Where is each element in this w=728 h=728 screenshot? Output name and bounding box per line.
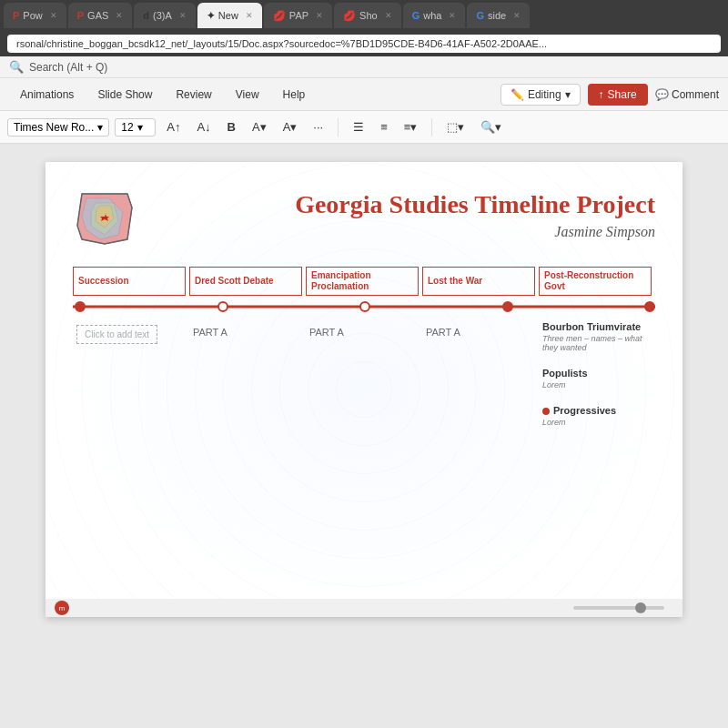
color-dropdown: ▾ [260, 120, 267, 134]
tab-close-icon4[interactable]: ✕ [246, 11, 253, 20]
part-a-3: PART A [426, 327, 531, 338]
tab-close-icon6[interactable]: ✕ [385, 11, 392, 20]
event-label-emancipation: Emancipation Proclamation [306, 267, 419, 296]
event-label-dred-scott: Dred Scott Debate [189, 267, 302, 296]
shrink-font-button[interactable]: A↓ [191, 118, 216, 136]
more-options-button[interactable]: ··· [308, 118, 329, 136]
dot-spacer-1 [86, 301, 217, 312]
powerpoint-app: 🔍 Search (Alt + Q) Animations Slide Show… [0, 56, 728, 728]
address-bar-row: rsonal/christine_boggan_bcsdk12_net/_lay… [0, 31, 728, 56]
bold-button[interactable]: B [222, 118, 241, 136]
dot-positions [73, 301, 655, 312]
part-a-2: PART A [309, 327, 415, 338]
editing-button[interactable]: ✏️ Editing ▾ [500, 84, 581, 106]
search-bar[interactable]: 🔍 Search (Alt + Q) [9, 60, 107, 74]
georgia-map [73, 189, 136, 248]
font-name: Times New Ro... [14, 121, 94, 134]
populists-desc: Lorem [542, 380, 648, 389]
tab-label: Pow [23, 10, 42, 21]
editing-label: Editing [528, 88, 561, 101]
zoom-button[interactable]: 🔍▾ [475, 118, 507, 136]
populists-title: Populists [542, 368, 648, 379]
tab-review[interactable]: Review [165, 83, 222, 106]
lip-icon: 💋 [273, 10, 286, 22]
tab-sho[interactable]: 💋 Sho ✕ [334, 3, 401, 28]
ribbon-tabs-left: Animations Slide Show Review View Help [9, 83, 316, 106]
progressives-desc: Lorem [542, 418, 648, 427]
share-button[interactable]: ↑ Share [588, 84, 648, 106]
indent-button[interactable]: ≡▾ [399, 118, 423, 136]
tab-close-icon3[interactable]: ✕ [179, 11, 187, 20]
tab-close-icon8[interactable]: ✕ [513, 11, 521, 20]
highlight-color-button[interactable]: A▾ [278, 118, 303, 136]
ppt-icon2: P [77, 10, 84, 21]
bourbon-title: Bourbon Triumvirate [542, 321, 648, 332]
tab-label: GAS [87, 10, 108, 21]
chevron-down-icon: ▾ [565, 88, 571, 101]
timeline-content-row: Click to add text PART A PART A [73, 321, 655, 432]
tab-view[interactable]: View [225, 83, 270, 106]
tiktok-icon: d [143, 10, 149, 21]
tab-animations[interactable]: Animations [9, 83, 85, 106]
bullet-list-button[interactable]: ☰ [348, 118, 369, 136]
slide-title-block: Georgia Studies Timeline Project Jasmine… [151, 189, 655, 240]
slide-area: Georgia Studies Timeline Project Jasmine… [0, 144, 728, 728]
tab-close-icon7[interactable]: ✕ [449, 11, 456, 20]
timeline-dot-5 [644, 301, 655, 312]
font-color-icon: A [252, 120, 260, 134]
timeline-dot-3 [359, 301, 370, 312]
ribbon-tabs: Animations Slide Show Review View Help ✏… [0, 78, 728, 111]
progressives-title: Progressives [553, 405, 616, 416]
search-placeholder: Search (Alt + Q) [29, 61, 107, 74]
content-item-2: PART A [189, 321, 302, 432]
slide-number-badge: m [55, 601, 69, 615]
comment-button[interactable]: 💬 Comment [655, 88, 719, 101]
zoom-slider-thumb[interactable] [635, 602, 646, 613]
tab-close-icon5[interactable]: ✕ [316, 11, 323, 20]
address-bar[interactable]: rsonal/christine_boggan_bcsdk12_net/_lay… [7, 35, 721, 53]
content-item-5: Bourbon Triumvirate Three men – names – … [539, 321, 652, 432]
timeline-dots-row [73, 299, 655, 314]
timeline-dot-1 [75, 301, 86, 312]
grow-font-button[interactable]: A↑ [161, 118, 186, 136]
slide-title: Georgia Studies Timeline Project [295, 189, 655, 220]
slide[interactable]: Georgia Studies Timeline Project Jasmine… [46, 162, 682, 617]
star-icon: ✦ [207, 10, 215, 22]
share-label: Share [608, 88, 637, 101]
tab-tiktok[interactable]: d (3)A ✕ [134, 3, 196, 28]
tab-slideshow[interactable]: Slide Show [86, 83, 163, 106]
tab-new[interactable]: ✦ New ✕ [197, 3, 262, 28]
comment-label: Comment [672, 88, 719, 101]
lip-icon2: 💋 [343, 10, 356, 22]
tab-close-icon[interactable]: ✕ [50, 11, 57, 20]
slide-bottom-bar: m [46, 599, 682, 617]
divider2 [431, 118, 432, 136]
browser-frame: P Pow ✕ P GAS ✕ d (3)A ✕ ✦ New ✕ 💋 PAP ✕… [0, 0, 728, 728]
bourbon-desc: Three men – names – what they wanted [542, 334, 648, 352]
tab-help[interactable]: Help [272, 83, 317, 106]
tab-label: Sho [359, 10, 378, 21]
tab-google2[interactable]: G side ✕ [467, 3, 530, 28]
click-to-add[interactable]: Click to add text [76, 325, 157, 344]
layout-button[interactable]: ⬚▾ [441, 118, 470, 136]
numbered-list-button[interactable]: ≡ [375, 118, 393, 136]
tab-label: side [488, 10, 506, 21]
event-label-succession: Succession [73, 267, 186, 296]
font-size-dropdown-icon: ▾ [137, 121, 143, 134]
font-size-selector[interactable]: 12 ▾ [115, 118, 156, 136]
tab-gas[interactable]: P GAS ✕ [68, 3, 133, 28]
tab-close-icon2[interactable]: ✕ [116, 11, 123, 20]
content-item-4: PART A [422, 321, 535, 432]
font-size: 12 [121, 121, 133, 134]
zoom-slider[interactable] [573, 606, 664, 610]
tab-google1[interactable]: G wha ✕ [403, 3, 466, 28]
comment-icon: 💬 [655, 88, 669, 101]
highlight-dropdown: ▾ [290, 120, 297, 134]
font-color-button[interactable]: A▾ [247, 118, 272, 136]
tab-bar: P Pow ✕ P GAS ✕ d (3)A ✕ ✦ New ✕ 💋 PAP ✕… [0, 0, 728, 31]
tab-label: wha [423, 10, 441, 21]
part-a-1: PART A [193, 327, 298, 338]
tab-pap[interactable]: 💋 PAP ✕ [264, 3, 332, 28]
tab-ppt1[interactable]: P Pow ✕ [4, 3, 66, 28]
font-selector[interactable]: Times New Ro... ▾ [7, 118, 109, 136]
